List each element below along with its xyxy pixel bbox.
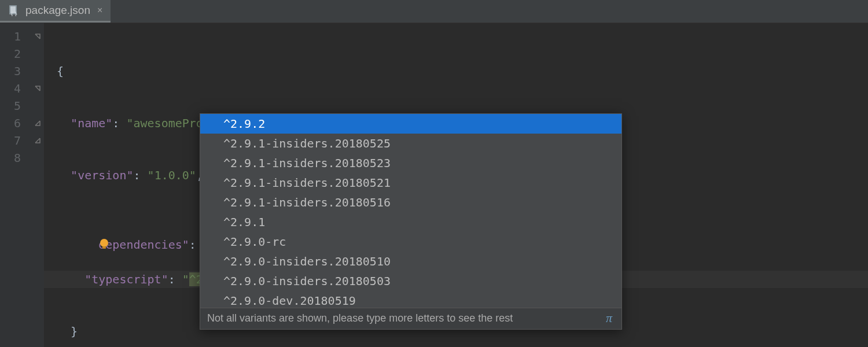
completion-item[interactable]: ^2.9.1-insiders.20180523 <box>200 153 621 173</box>
tab-bar: {} package.json × <box>0 0 868 23</box>
svg-text:{}: {} <box>10 10 17 17</box>
line-number-gutter: 1 2 3 4 5 6 7 8 <box>0 23 31 347</box>
line-number: 7 <box>0 132 31 149</box>
completion-item[interactable]: ^2.9.1 <box>200 212 621 232</box>
completion-item[interactable]: ^2.9.0-insiders.20180510 <box>200 252 621 271</box>
code-line: { <box>44 62 868 80</box>
lightbulb-icon[interactable] <box>42 220 56 234</box>
pi-icon[interactable]: π <box>602 311 616 326</box>
fold-end-marker-icon[interactable] <box>31 115 44 132</box>
completion-popup: ^2.9.2 ^2.9.1-insiders.20180525 ^2.9.1-i… <box>200 113 622 330</box>
fold-end-marker-icon[interactable] <box>31 132 44 149</box>
completion-footer: Not all variants are shown, please type … <box>200 308 621 329</box>
completion-item[interactable]: ^2.9.0-insiders.20180503 <box>200 271 621 291</box>
completion-hint: Not all variants are shown, please type … <box>207 312 513 324</box>
fold-marker-icon[interactable] <box>31 80 44 97</box>
completion-item[interactable]: ^2.9.0-dev.20180519 <box>200 291 621 308</box>
json-file-icon: {} <box>8 5 20 16</box>
fold-marker-icon[interactable] <box>31 28 44 45</box>
completion-item[interactable]: ^2.9.1-insiders.20180525 <box>200 134 621 153</box>
line-number: 4 <box>0 80 31 97</box>
close-icon[interactable]: × <box>96 5 104 16</box>
completion-list[interactable]: ^2.9.2 ^2.9.1-insiders.20180525 ^2.9.1-i… <box>200 114 621 308</box>
line-number: 3 <box>0 62 31 80</box>
fold-gutter <box>31 23 44 347</box>
line-number: 2 <box>0 45 31 62</box>
line-number: 5 <box>0 97 31 115</box>
svg-point-3 <box>100 239 108 247</box>
tab-filename: package.json <box>25 4 90 17</box>
line-number: 1 <box>0 28 31 45</box>
line-number: 6 <box>0 115 31 132</box>
svg-rect-4 <box>102 246 106 249</box>
editor-tab[interactable]: {} package.json × <box>0 0 111 23</box>
completion-item[interactable]: ^2.9.1-insiders.20180521 <box>200 173 621 193</box>
completion-item[interactable]: ^2.9.1-insiders.20180516 <box>200 193 621 212</box>
completion-item[interactable]: ^2.9.2 <box>200 114 621 134</box>
line-number: 8 <box>0 149 31 167</box>
completion-item[interactable]: ^2.9.0-rc <box>200 232 621 252</box>
